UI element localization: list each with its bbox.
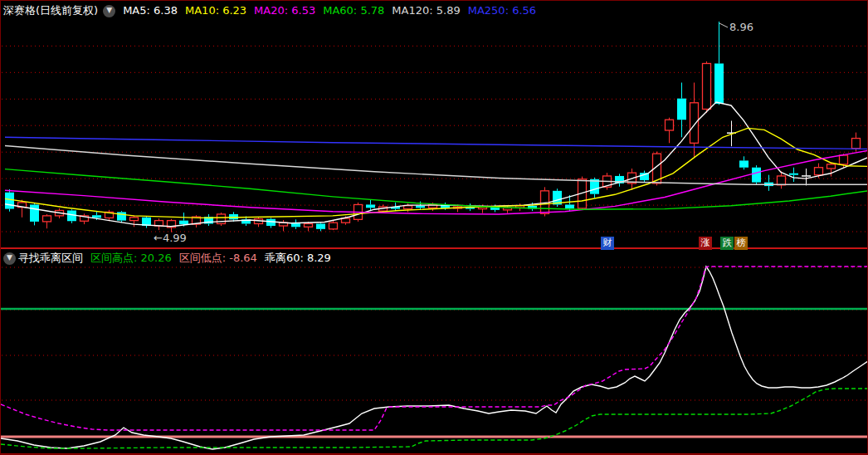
indicator-line-乖离60 [1,267,868,449]
ma-label-1: MA10: 6.23 [185,4,246,17]
indicator-value-labels: 区间高点: 20.26区间低点: -8.64乖离60: 8.29 [83,250,331,267]
ma-label-3: MA60: 5.78 [323,4,384,17]
chevron-down-icon[interactable]: ▼ [103,5,115,17]
chart-canvas[interactable]: 8.96←4.99 [1,1,868,455]
ma-line-MA250 [5,137,868,149]
ma-label-5: MA250: 6.56 [468,4,536,17]
shortcut-button-涨[interactable]: 涨 [699,237,712,250]
stock-chart-window: 8.96←4.99 深赛格(日线前复权) ▼ MA5: 6.38MA10: 6.… [0,0,868,455]
shortcut-button-跌[interactable]: 跌 [720,237,734,250]
sub-chart-header: ▼ 寻找乖离区间 区间高点: 20.26区间低点: -8.64乖离60: 8.2… [1,250,867,267]
main-chart-header: 深赛格(日线前复权) ▼ MA5: 6.38MA10: 6.23MA20: 6.… [1,2,867,19]
indicator-label-2: 乖离60: 8.29 [265,252,331,264]
indicator-line-区间低点 [1,389,868,448]
stock-title: 深赛格(日线前复权) [3,2,98,19]
chevron-down-icon[interactable]: ▼ [3,252,16,265]
indicator-label-0: 区间高点: 20.26 [90,252,172,264]
indicator-lines [1,267,868,449]
annotation-8.96: 8.96 [729,21,753,33]
ma-label-0: MA5: 6.38 [123,4,178,17]
ma-value-labels: MA5: 6.38MA10: 6.23MA20: 6.53MA60: 5.78M… [115,2,536,19]
indicator-label-1: 区间低点: -8.64 [179,252,257,264]
indicator-title: 寻找乖离区间 [18,250,83,267]
shortcut-button-榜[interactable]: 榜 [734,237,748,250]
ma-label-4: MA120: 5.89 [392,4,460,17]
annotation-←4.99: ←4.99 [154,232,187,244]
ma-label-2: MA20: 6.53 [254,4,315,17]
candles [5,22,861,232]
indicator-gridlines [2,267,868,400]
price-annotations: 8.96←4.99 [154,21,753,244]
shortcut-button-财[interactable]: 财 [601,237,614,250]
